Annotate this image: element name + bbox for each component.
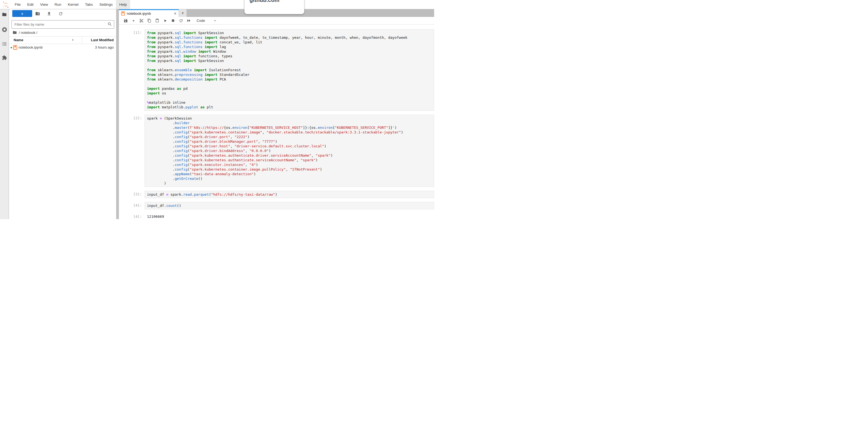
code-line: [147, 63, 434, 68]
file-list-header: Name ▲ Last Modified: [9, 36, 116, 44]
cell-type-dropdown[interactable]: Code: [197, 19, 205, 23]
cell-output: 12106669: [145, 213, 434, 219]
cell-prompt: [4]:: [119, 213, 145, 219]
notebook-content: [1]:from pyspark.sql import SparkSession…: [119, 25, 434, 219]
code-line: import os: [147, 91, 434, 95]
main-dock-panel: notebook.ipynb × + +: [119, 9, 434, 219]
menu-item-edit[interactable]: Edit: [24, 0, 37, 9]
code-line: ): [147, 181, 434, 185]
notebook-file-icon: [13, 45, 17, 50]
code-cell: [1]:from pyspark.sql import SparkSession…: [119, 29, 434, 111]
filter-files-box: [11, 20, 114, 29]
menu-item-help[interactable]: Help: [116, 0, 130, 9]
table-of-contents-tab-icon[interactable]: [0, 41, 9, 47]
code-cell: [4]:input_df.count(): [119, 202, 434, 209]
menu-item-view[interactable]: View: [37, 0, 51, 9]
code-line: .config("spark.driver.port", "2222"): [147, 135, 434, 139]
code-line: .config("spark.driver.bindAddress", "0.0…: [147, 148, 434, 153]
file-name: notebook.ipynb: [19, 45, 42, 49]
code-line: from pyspark.sql import SparkSession: [147, 58, 434, 63]
file-browser-panel: + / notebook / Name ▲ Last Modified: [9, 9, 116, 219]
cell-prompt: [4]:: [119, 202, 145, 209]
code-line: %matplotlib inline: [147, 100, 434, 105]
code-line: import pandas as pd: [147, 86, 434, 91]
notebook-tab-icon: [121, 11, 125, 16]
breadcrumb[interactable]: / notebook /: [12, 29, 37, 35]
column-header-name[interactable]: Name: [13, 38, 23, 42]
code-cell: [2]:spark = (SparkSession .builder .mast…: [119, 115, 434, 187]
breadcrumb-path: / notebook /: [19, 31, 37, 35]
column-separator: [82, 36, 82, 43]
code-cell: [4]:12106669: [119, 213, 434, 219]
new-folder-button[interactable]: [35, 11, 40, 17]
new-launcher-button[interactable]: +: [12, 10, 32, 17]
menu-item-file[interactable]: File: [11, 0, 24, 9]
menu-item-settings[interactable]: Settings: [96, 0, 116, 9]
code-line: .getOrCreate(): [147, 176, 434, 181]
upload-button[interactable]: [46, 11, 52, 17]
restart-kernel-button[interactable]: [177, 18, 185, 24]
search-icon: [107, 22, 112, 27]
filter-files-input[interactable]: [14, 21, 105, 28]
code-line: from sklearn.ensemble import IsolationFo…: [147, 68, 434, 72]
code-line: [147, 82, 434, 86]
file-row-notebook[interactable]: notebook.ipynb 3 hours ago: [9, 44, 116, 51]
code-line: .appName("taxi-data-anomaly-detection"): [147, 172, 434, 176]
menu-item-kernel[interactable]: Kernel: [65, 0, 82, 9]
stop-kernel-button[interactable]: [169, 18, 177, 24]
code-line: .config("spark.driver.host", "driver-ser…: [147, 144, 434, 148]
sort-ascending-icon[interactable]: ▲: [72, 38, 74, 41]
file-browser-tab-icon[interactable]: [0, 12, 9, 17]
code-line: from pyspark.sql.functions import dayofw…: [147, 35, 434, 40]
restart-run-all-button[interactable]: [185, 18, 193, 24]
code-line: .config("spark.driver.blockManager.port"…: [147, 139, 434, 144]
cell-prompt: [2]:: [119, 115, 145, 187]
extensions-tab-icon[interactable]: [0, 55, 9, 60]
cell-input[interactable]: spark = (SparkSession .builder .master(f…: [145, 115, 434, 187]
add-cell-button[interactable]: +: [129, 18, 137, 24]
cut-cells-button[interactable]: [137, 18, 145, 24]
code-line: from pyspark.sql.window import Window: [147, 49, 434, 54]
running-sessions-tab-icon[interactable]: [0, 27, 9, 32]
run-cell-button[interactable]: [161, 18, 169, 24]
refresh-button[interactable]: [58, 11, 63, 17]
code-line: .config("spark.kubernetes.container.imag…: [147, 167, 434, 172]
code-line: from pyspark.sql.functions import lag: [147, 45, 434, 49]
sidebar-splitter[interactable]: [116, 9, 119, 219]
code-line: [147, 95, 434, 100]
running-kernel-dot: [11, 47, 12, 48]
notebook-tab[interactable]: notebook.ipynb ×: [119, 9, 179, 17]
menu-bar: File Edit View Run Kernel Tabs Settings …: [0, 0, 434, 9]
paste-cells-button[interactable]: [153, 18, 161, 24]
code-line: .builder: [147, 121, 434, 125]
code-line: from pyspark.sql.functions import concat…: [147, 40, 434, 45]
file-modified: 3 hours ago: [95, 45, 114, 49]
save-button[interactable]: [122, 18, 129, 24]
output-text: 12106669: [147, 214, 434, 219]
code-line: .config("spark.executor.instances", "4"): [147, 163, 434, 167]
column-header-modified[interactable]: Last Modified: [91, 38, 114, 42]
menu-item-run[interactable]: Run: [51, 0, 65, 9]
new-tab-button[interactable]: +: [179, 9, 187, 17]
code-line: from sklearn.preprocessing import Standa…: [147, 72, 434, 77]
close-tab-icon[interactable]: ×: [174, 11, 177, 16]
code-line: .config("spark.kubernetes.authenticate.d…: [147, 153, 434, 158]
activity-bar: [0, 9, 9, 219]
cell-prompt: [3]:: [119, 191, 145, 198]
cell-input[interactable]: input_df.count(): [145, 202, 434, 209]
code-line: .config("spark.kubernetes.container.imag…: [147, 130, 434, 135]
menu-item-tabs[interactable]: Tabs: [82, 0, 96, 9]
chevron-down-icon[interactable]: [213, 19, 217, 22]
cell-input[interactable]: input_df = spark.read.parquet("hdfs://hd…: [145, 191, 434, 198]
code-line: .master(f'k8s://https://{os.environ["KUB…: [147, 125, 434, 130]
notebook-toolbar: + Code: [119, 17, 434, 25]
code-line: from pyspark.sql import functions, types: [147, 54, 434, 58]
notebook-tab-title: notebook.ipynb: [127, 11, 174, 16]
cell-input[interactable]: from pyspark.sql import SparkSessionfrom…: [145, 29, 434, 111]
code-line: from pyspark.sql import SparkSession: [147, 31, 434, 35]
code-cell: [3]:input_df = spark.read.parquet("hdfs:…: [119, 191, 434, 198]
copy-cells-button[interactable]: [145, 18, 153, 24]
github-popup: github.com: [244, 0, 304, 14]
github-popup-text: github.com: [250, 0, 280, 3]
jupyterlab-window: File Edit View Run Kernel Tabs Settings …: [0, 0, 434, 219]
